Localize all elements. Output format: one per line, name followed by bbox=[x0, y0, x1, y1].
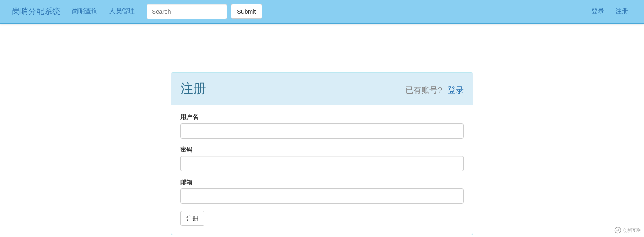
watermark-icon bbox=[614, 227, 621, 234]
form-group-password: 密码 bbox=[180, 146, 464, 171]
panel-sub-text: 已有账号? bbox=[405, 86, 442, 94]
password-label: 密码 bbox=[180, 146, 464, 153]
register-button[interactable]: 注册 bbox=[180, 211, 204, 226]
form-group-email: 邮箱 bbox=[180, 178, 464, 204]
navbar: 岗哨分配系统 岗哨查询 人员管理 Submit 登录 注册 bbox=[0, 0, 644, 24]
nav-link-query[interactable]: 岗哨查询 bbox=[66, 1, 103, 22]
nav-right: 登录 注册 bbox=[586, 1, 634, 22]
username-label: 用户名 bbox=[180, 113, 464, 121]
nav-link-register[interactable]: 注册 bbox=[610, 1, 634, 22]
navbar-search-form: Submit bbox=[147, 4, 262, 19]
main-container: 注册 已有账号? 登录 用户名 密码 邮箱 注册 bbox=[171, 72, 473, 235]
register-panel: 注册 已有账号? 登录 用户名 密码 邮箱 注册 bbox=[171, 72, 473, 235]
panel-login-link[interactable]: 登录 bbox=[448, 86, 464, 94]
nav-link-personnel[interactable]: 人员管理 bbox=[103, 1, 140, 22]
search-input[interactable] bbox=[147, 4, 227, 19]
nav-left: 岗哨分配系统 岗哨查询 人员管理 Submit bbox=[4, 0, 262, 23]
username-field[interactable] bbox=[180, 123, 464, 139]
panel-sub: 已有账号? 登录 bbox=[405, 85, 464, 96]
panel-body: 用户名 密码 邮箱 注册 bbox=[171, 105, 473, 235]
watermark-text: 创新互联 bbox=[623, 227, 641, 233]
form-group-username: 用户名 bbox=[180, 113, 464, 139]
watermark: 创新互联 bbox=[614, 227, 641, 234]
search-submit-button[interactable]: Submit bbox=[231, 4, 262, 19]
panel-heading: 注册 已有账号? 登录 bbox=[171, 73, 473, 105]
svg-point-0 bbox=[615, 227, 621, 233]
navbar-brand[interactable]: 岗哨分配系统 bbox=[6, 0, 66, 23]
nav-link-login[interactable]: 登录 bbox=[586, 1, 610, 22]
email-field[interactable] bbox=[180, 188, 464, 204]
email-label: 邮箱 bbox=[180, 178, 464, 186]
panel-title: 注册 bbox=[180, 80, 206, 98]
password-field[interactable] bbox=[180, 156, 464, 171]
